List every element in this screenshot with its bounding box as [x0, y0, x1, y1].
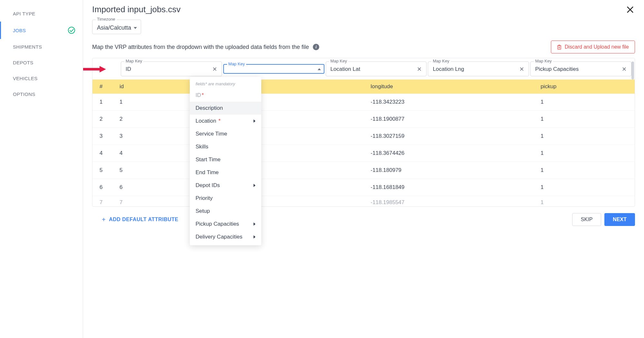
clear-mapkey-button[interactable]: ✕	[620, 66, 628, 73]
table-cell: -118.3027159	[366, 128, 536, 145]
table-row: 7733.90068544-118.19855471	[92, 196, 635, 207]
mapkey-label: Map Key	[329, 59, 348, 63]
table-cell: 7	[92, 196, 115, 207]
caret-down-icon	[134, 27, 137, 29]
mapkey-dropdown: fields* are mandatory ID* Description Lo…	[190, 77, 261, 245]
dropdown-item-priority[interactable]: Priority	[190, 192, 261, 205]
table-cell: -118.1900877	[366, 111, 536, 128]
table-cell: 2	[115, 111, 168, 128]
mapping-table: Map Key ID ✕ Map Key Map Key Location La…	[92, 58, 635, 207]
col-header: #	[92, 80, 115, 94]
dropdown-item-pickup-capacities[interactable]: Pickup Capacities	[190, 218, 261, 230]
dropdown-item-delivery-capacities[interactable]: Delivery Capacities	[190, 230, 261, 243]
main-panel: Imported input_jobs.csv Timezone Asia/Ca…	[83, 0, 644, 338]
dropdown-item-end-time[interactable]: End Time	[190, 166, 261, 179]
mapkey-select-1[interactable]: Map Key	[223, 64, 324, 74]
table-row: 1133.95148072-118.34232231	[92, 94, 635, 111]
sidebar-item-shipments[interactable]: SHIPMENTS	[0, 39, 83, 55]
sidebar-item-options[interactable]: OPTIONS	[0, 86, 83, 102]
table-cell: 1	[536, 196, 635, 207]
table-cell: 7	[115, 196, 168, 207]
sidebar-item-jobs[interactable]: JOBS	[0, 22, 83, 39]
dropdown-item-skills[interactable]: Skills	[190, 140, 261, 153]
info-icon[interactable]: i	[313, 44, 319, 50]
table-row: 5533.90587021-118.1809791	[92, 162, 635, 179]
preview-table: # id latitude longitude pickup 1133.9514…	[92, 80, 635, 206]
table-cell: 4	[92, 145, 115, 162]
trash-icon	[557, 44, 562, 50]
dropdown-item-depot-ids[interactable]: Depot IDs	[190, 179, 261, 192]
table-cell: 2	[92, 111, 115, 128]
mapkey-row: Map Key ID ✕ Map Key Map Key Location La…	[92, 58, 635, 80]
chevron-right-icon	[254, 235, 255, 239]
table-cell: 5	[92, 162, 115, 179]
next-button[interactable]: NEXT	[604, 213, 635, 226]
mapkey-select-0[interactable]: Map Key ID ✕	[121, 61, 222, 76]
table-scroll-area[interactable]: # id latitude longitude pickup 1133.9514…	[92, 80, 635, 206]
table-row: 6634.07578815-118.16818491	[92, 179, 635, 196]
discard-upload-button[interactable]: Discard and Upload new file	[551, 41, 635, 53]
sidebar-item-label: API TYPE	[13, 11, 35, 16]
mapkey-select-2[interactable]: Map Key Location Lat ✕	[326, 61, 427, 76]
table-cell: 1	[536, 128, 635, 145]
dropdown-item-setup[interactable]: Setup	[190, 205, 261, 218]
mapkey-label: Map Key	[534, 59, 553, 63]
mapkey-value: ID	[126, 66, 131, 72]
chevron-right-icon	[254, 119, 255, 123]
sidebar: API TYPE JOBS SHIPMENTS DEPOTS VEHICLES …	[0, 0, 83, 338]
dropdown-item-service-time[interactable]: Service Time	[190, 127, 261, 140]
table-cell: 3	[115, 128, 168, 145]
dropdown-item-description[interactable]: Description	[190, 102, 261, 115]
table-cell: 1	[115, 94, 168, 111]
discard-label: Discard and Upload new file	[565, 44, 629, 50]
table-cell: -118.1681849	[366, 179, 536, 196]
clear-mapkey-button[interactable]: ✕	[518, 66, 525, 73]
mapkey-value: Pickup Capacities	[535, 66, 579, 72]
table-cell: 3	[92, 128, 115, 145]
table-cell: 6	[115, 179, 168, 196]
mapkey-select-4[interactable]: Map Key Pickup Capacities ✕	[530, 61, 631, 76]
mapkey-select-3[interactable]: Map Key Location Lng ✕	[428, 61, 529, 76]
mapkey-value: Location Lng	[433, 66, 464, 72]
sidebar-item-label: SHIPMENTS	[13, 44, 42, 50]
timezone-value: Asia/Calcutta	[97, 24, 131, 31]
check-circle-icon	[68, 27, 75, 34]
dropdown-item-location[interactable]: Location *	[190, 115, 261, 127]
chevron-right-icon	[254, 184, 255, 187]
sidebar-item-label: DEPOTS	[13, 60, 33, 65]
mapkey-label: Map Key	[431, 59, 450, 63]
col-header: id	[115, 80, 168, 94]
dropdown-hint: fields* are mandatory	[190, 79, 261, 89]
sidebar-item-depots[interactable]: DEPOTS	[0, 55, 83, 70]
mapkey-value: Location Lat	[331, 66, 360, 72]
mapkey-label: Map Key	[124, 59, 143, 63]
close-button[interactable]	[627, 5, 634, 15]
sidebar-item-api-type[interactable]: API TYPE	[0, 6, 83, 22]
table-cell: 1	[536, 94, 635, 111]
add-default-attribute-button[interactable]: + ADD DEFAULT ATTRIBUTE	[92, 216, 178, 223]
sidebar-item-vehicles[interactable]: VEHICLES	[0, 70, 83, 86]
table-header-row: # id latitude longitude pickup	[92, 80, 635, 94]
table-row: 4433.96470035-118.36744261	[92, 145, 635, 162]
table-cell: -118.180979	[366, 162, 536, 179]
chevron-right-icon	[254, 222, 255, 226]
caret-up-icon	[318, 68, 321, 70]
timezone-select[interactable]: Timezone Asia/Calcutta	[92, 20, 141, 34]
table-cell: -118.3423223	[366, 94, 536, 111]
scrollbar-thumb[interactable]	[631, 61, 634, 80]
table-cell: 1	[92, 94, 115, 111]
clear-mapkey-button[interactable]: ✕	[211, 66, 218, 73]
timezone-label: Timezone	[96, 17, 117, 22]
page-title: Imported input_jobs.csv	[92, 5, 635, 14]
sidebar-item-label: OPTIONS	[13, 91, 35, 97]
sidebar-item-label: JOBS	[13, 28, 26, 33]
table-cell: -118.1985547	[366, 196, 536, 207]
col-header: pickup	[536, 80, 635, 94]
clear-mapkey-button[interactable]: ✕	[416, 66, 423, 73]
skip-button[interactable]: SKIP	[572, 213, 601, 226]
table-cell: 6	[92, 179, 115, 196]
add-attr-label: ADD DEFAULT ATTRIBUTE	[109, 217, 178, 222]
mapkey-label: Map Key	[227, 61, 246, 66]
dropdown-item-start-time[interactable]: Start Time	[190, 153, 261, 166]
annotation-arrow-icon	[83, 65, 109, 73]
